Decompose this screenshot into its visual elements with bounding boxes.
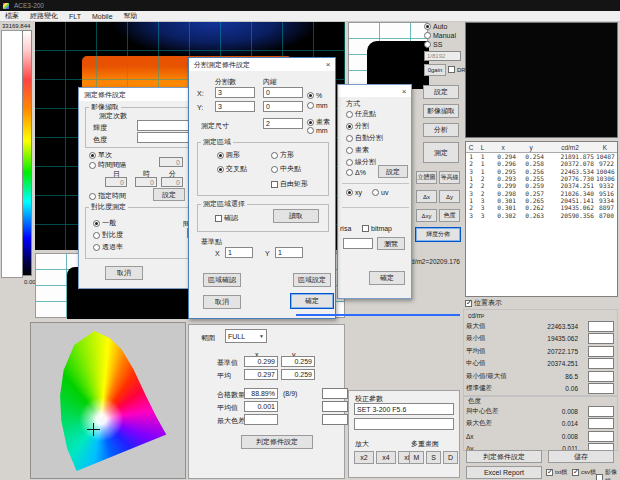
- mode-line-split-radio[interactable]: 線分割: [346, 157, 376, 167]
- unit-pixel-radio[interactable]: 畫素: [307, 117, 330, 127]
- txt-file-checkbox[interactable]: txt檔: [546, 468, 567, 477]
- mode-any-point-radio[interactable]: 任意點: [346, 109, 376, 119]
- area-square-radio[interactable]: 方形: [271, 150, 294, 160]
- area-center-radio[interactable]: 中央點: [271, 164, 301, 174]
- stat-row: 標準偏差 0.06: [466, 383, 614, 396]
- ref-x-field[interactable]: 1: [225, 247, 253, 258]
- menu-item[interactable]: Mobile: [92, 13, 113, 20]
- exposure-manual-radio[interactable]: Manual: [424, 32, 456, 39]
- menu-item[interactable]: 幫助: [124, 11, 138, 21]
- save-button[interactable]: 儲存: [548, 450, 614, 463]
- graph-3d-button[interactable]: 立體圖: [416, 171, 437, 184]
- size-field[interactable]: 2: [263, 118, 303, 129]
- table-row[interactable]: 3 1 0.295 0.256 22463.534 10046: [466, 168, 617, 175]
- table-row[interactable]: 1 3 0.301 0.265 20451.141 9334: [466, 197, 617, 204]
- ref-y-field[interactable]: 1: [275, 247, 303, 258]
- y-division-field[interactable]: 3: [215, 101, 255, 112]
- unit-mm2-radio[interactable]: mm: [307, 127, 328, 134]
- table-row[interactable]: 1 2 0.293 0.255 20776.730 10306: [466, 175, 617, 182]
- dialog-title-bar[interactable]: ×: [338, 85, 411, 97]
- bitmap-checkbox[interactable]: bitmap: [362, 225, 392, 232]
- excel-report-button[interactable]: Excel Report: [466, 466, 542, 479]
- multi-screen-button[interactable]: S: [426, 451, 441, 464]
- unit-mm-radio[interactable]: mm: [307, 102, 328, 109]
- judge-condition-button[interactable]: 判定條件設定: [466, 450, 542, 463]
- time-set-button[interactable]: 設定: [153, 188, 185, 201]
- area-set-button[interactable]: 區域設定: [293, 273, 331, 287]
- judge-condition-button[interactable]: 判定條件設定: [241, 435, 313, 449]
- menu-item[interactable]: 檔案: [5, 11, 19, 21]
- x-division-field[interactable]: 3: [215, 87, 255, 98]
- interval-radio[interactable]: 時間間隔: [89, 160, 126, 170]
- unit-percent-radio[interactable]: %: [307, 92, 322, 99]
- zoom-button[interactable]: x2: [354, 451, 374, 464]
- image-file-checkbox[interactable]: 影像檔: [596, 468, 618, 480]
- contrast-group-label: 對比度測定: [89, 203, 128, 210]
- ref-x-field[interactable]: 0.299: [244, 356, 278, 367]
- chroma-button[interactable]: 色度: [439, 209, 460, 222]
- capture-button[interactable]: 影像擷取: [423, 104, 459, 118]
- mode-pixel-radio[interactable]: 畫素: [346, 145, 369, 155]
- table-row[interactable]: 2 3 0.301 0.262 19435.062 8897: [466, 204, 617, 211]
- measure-button[interactable]: 測定: [423, 142, 459, 163]
- table-row[interactable]: 3 2 0.298 0.257 21026.340 9516: [466, 189, 617, 196]
- mode-split-radio[interactable]: 分割: [346, 121, 369, 131]
- area-confirm-button[interactable]: 區域確認: [203, 273, 241, 287]
- browse-button[interactable]: 瀏覽: [377, 237, 405, 250]
- luminance-dist-button[interactable]: 輝度分佈: [415, 227, 461, 242]
- range-dropdown[interactable]: FULL ▼: [225, 329, 267, 343]
- set-button[interactable]: 設定: [423, 85, 459, 99]
- menu-item[interactable]: FLT: [69, 13, 81, 20]
- ref-y-field[interactable]: 0.259: [281, 356, 315, 367]
- area-square-label: 方形: [280, 150, 294, 160]
- free-rect-checkbox[interactable]: 自由矩形: [271, 179, 308, 189]
- menu-item[interactable]: 經路變化: [30, 11, 58, 21]
- cancel-button[interactable]: 取消: [105, 266, 143, 280]
- y-inset-field[interactable]: 0: [263, 101, 303, 112]
- coord-xy-radio[interactable]: xy: [346, 189, 362, 196]
- calibration-value-field: SET 3-200 F5.6: [354, 403, 454, 415]
- scheduled-time-radio[interactable]: 指定時間: [89, 191, 126, 201]
- transmittance-radio[interactable]: 透過率: [93, 242, 123, 252]
- area-circle-radio[interactable]: 圓形: [217, 150, 240, 160]
- dr-checkbox[interactable]: DR: [448, 66, 466, 73]
- x-inset-field[interactable]: 0: [263, 87, 303, 98]
- mode-delta-pct-radio[interactable]: Δ%: [346, 169, 366, 176]
- normal-radio[interactable]: 一般: [93, 218, 116, 228]
- range-label: 範圍: [201, 333, 215, 343]
- table-row[interactable]: 2 2 0.299 0.259 20374.251 9332: [466, 182, 617, 189]
- exposure-auto-radio[interactable]: Auto: [424, 23, 447, 30]
- confirm-checkbox[interactable]: 確認: [215, 213, 238, 223]
- path-field[interactable]: [343, 238, 373, 249]
- gain-button[interactable]: 0gain: [424, 64, 446, 76]
- cancel-button[interactable]: 取消: [203, 295, 241, 309]
- delta-y-button[interactable]: Δy: [439, 190, 460, 203]
- analyze-button[interactable]: 分析: [423, 123, 459, 137]
- zoom-button[interactable]: x4: [376, 451, 396, 464]
- dialog-title-bar[interactable]: 分割測定條件設定 ×: [189, 58, 335, 71]
- col-header-c: C: [466, 144, 476, 151]
- multi-screen-button[interactable]: M: [409, 451, 424, 464]
- csv-file-checkbox[interactable]: csv檔: [572, 468, 596, 477]
- multi-screen-button[interactable]: D: [443, 451, 458, 464]
- table-row[interactable]: 2 1 0.296 0.258 20372.078 9722: [466, 160, 617, 167]
- position-display-checkbox[interactable]: 位置表示: [465, 298, 502, 308]
- area-cross-radio[interactable]: 交叉點: [217, 164, 247, 174]
- close-icon[interactable]: ×: [397, 85, 411, 97]
- close-icon[interactable]: ×: [321, 58, 335, 70]
- exposure-ss-radio[interactable]: SS: [424, 41, 442, 48]
- mode-auto-split-radio[interactable]: 自動分割: [346, 133, 383, 143]
- mode-set-button[interactable]: 設定: [378, 165, 408, 178]
- contour-button[interactable]: 等高線: [439, 171, 460, 184]
- ok-button[interactable]: 確定: [290, 293, 334, 309]
- table-row[interactable]: 3 3 0.302 0.263 20590.356 8700: [466, 211, 617, 218]
- delta-x-button[interactable]: Δx: [416, 190, 437, 203]
- contrast-radio[interactable]: 對比度: [93, 230, 123, 240]
- table-row[interactable]: 1 1 0.294 0.254 21891.875 10487: [466, 153, 617, 160]
- single-shot-radio[interactable]: 單次: [89, 150, 112, 160]
- delta-xy-button[interactable]: Δxy: [416, 209, 437, 222]
- mean-label: 平均值: [217, 403, 238, 413]
- read-button[interactable]: 讀取: [273, 209, 319, 223]
- coord-uv-radio[interactable]: uv: [372, 189, 388, 196]
- ok-button[interactable]: 確定: [369, 271, 405, 285]
